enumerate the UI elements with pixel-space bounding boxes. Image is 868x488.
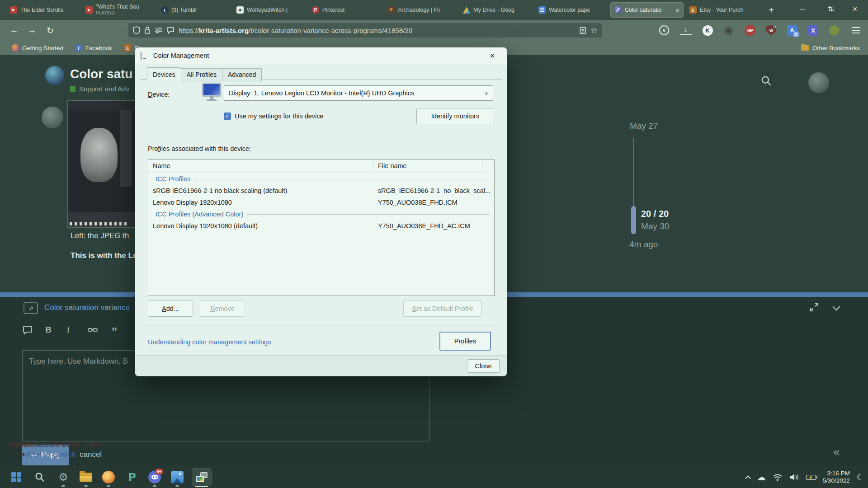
taskbar-photos[interactable]: [168, 468, 186, 486]
italic-button[interactable]: I: [61, 325, 75, 335]
taskbar-search-button[interactable]: [31, 468, 49, 486]
hyperlink-button[interactable]: [86, 327, 99, 333]
new-tab-button[interactable]: +: [765, 4, 778, 16]
blockquote-button[interactable]: ”: [108, 325, 121, 339]
menu-icon[interactable]: [850, 24, 862, 36]
window-restore-button[interactable]: [819, 0, 840, 18]
translate-icon[interactable]: A文: [787, 25, 797, 36]
taskbar-file-explorer[interactable]: [77, 468, 95, 486]
composer-topic-link[interactable]: Color saturation variance: [44, 303, 130, 312]
use-my-settings-checkbox[interactable]: ✓ Use my settings for this device: [224, 113, 324, 120]
bird-extension-icon[interactable]: [723, 25, 734, 36]
browser-tab-bar: ▶ The Elder Scrolls ▶ "What's That Sou P…: [0, 0, 868, 20]
shield-extension-icon[interactable]: w1: [766, 25, 776, 36]
tab-archaeology[interactable]: ff Archaeology | Fli: [384, 2, 457, 18]
tab-tumblr[interactable]: t (9) Tumblr: [157, 2, 231, 18]
collapse-panel-icon[interactable]: «: [833, 445, 840, 459]
identify-monitors-button[interactable]: Identify monitors: [416, 108, 494, 124]
flickr-icon: ff: [387, 6, 395, 14]
lock-icon[interactable]: [144, 26, 151, 34]
screen: ▶ The Elder Scrolls ▶ "What's That Sou P…: [0, 0, 868, 488]
understanding-color-management-link[interactable]: Understanding color management settings: [148, 338, 271, 346]
profile-k-icon[interactable]: K: [703, 25, 713, 36]
set-default-profile-button[interactable]: Set as Default Profile: [403, 300, 482, 317]
reader-mode-icon[interactable]: [580, 27, 586, 34]
tracking-shield-icon[interactable]: [133, 26, 140, 34]
taskbar-clock[interactable]: 3:16 PM 5/30/2022: [823, 470, 850, 484]
timeline-last-activity: 4m ago: [629, 239, 658, 249]
reload-button[interactable]: ↻: [42, 23, 58, 38]
tab-title: The Elder Scrolls: [20, 7, 76, 13]
timeline-start-date[interactable]: May 27: [630, 121, 658, 131]
tab-devices[interactable]: Devices: [147, 67, 181, 81]
tab-wolfeyedwitch[interactable]: ✶ WolfeyedWitch (: [233, 2, 306, 18]
other-bookmarks-button[interactable]: Other Bookmarks: [801, 41, 860, 55]
focus-assist-moon-icon[interactable]: ☾: [857, 473, 863, 482]
timeline-handle[interactable]: [631, 206, 636, 234]
tab-watercolor-paper[interactable]: Watercolor pape: [535, 2, 608, 18]
search-icon[interactable]: [760, 75, 772, 87]
dialog-close-icon[interactable]: ×: [483, 51, 501, 61]
wifi-icon[interactable]: [773, 473, 783, 481]
bookmark-facebook[interactable]: f Facebook: [75, 44, 112, 52]
bookmark-getting-started[interactable]: Getting Started: [12, 44, 63, 52]
tab-my-drive[interactable]: My Drive - Goog: [459, 2, 533, 18]
remove-profile-button[interactable]: Remove: [200, 300, 245, 317]
permissions-icon[interactable]: [155, 27, 163, 33]
comment-icon[interactable]: [21, 326, 34, 335]
url-bar[interactable]: https://krita-artists.org/t/color-satura…: [128, 23, 602, 38]
cancel-link[interactable]: cancel: [80, 450, 102, 459]
taskbar-discord[interactable]: 9+: [146, 468, 164, 486]
downloads-icon[interactable]: ↓: [680, 25, 692, 35]
tab-elder-scrolls[interactable]: ▶ The Elder Scrolls: [6, 2, 80, 18]
profile-row[interactable]: sRGB IEC61966-2-1 no black scaling (defa…: [148, 185, 494, 197]
x-extension-icon[interactable]: X: [808, 25, 818, 36]
device-select[interactable]: Display: 1. Lenovo Legion LCD Monitor - …: [224, 85, 493, 101]
profiles-list[interactable]: Name File name ICC Profiles sRGB IEC6196…: [148, 160, 495, 296]
window-minimize-button[interactable]: [792, 0, 813, 18]
taskbar-color-management-active[interactable]: [192, 468, 212, 486]
tab-all-profiles[interactable]: All Profiles: [181, 68, 222, 81]
collapse-composer-icon[interactable]: [833, 303, 840, 311]
volume-icon[interactable]: [789, 473, 799, 481]
column-file-name[interactable]: File name: [378, 162, 407, 169]
tab-title: Color saturatio: [625, 7, 673, 13]
window-close-button[interactable]: ×: [844, 0, 865, 18]
taskbar-settings[interactable]: ⚙: [54, 468, 72, 486]
add-profile-button[interactable]: Add...: [148, 300, 193, 317]
start-button[interactable]: [7, 468, 25, 486]
timeline-track[interactable]: [633, 138, 634, 207]
close-button[interactable]: Close: [467, 359, 500, 373]
post-image-thumbnail[interactable]: [67, 100, 135, 228]
onedrive-cloud-icon[interactable]: ☁: [757, 472, 766, 483]
user-avatar[interactable]: [808, 72, 829, 93]
expand-composer-icon[interactable]: [809, 302, 819, 312]
dialog-title-bar[interactable]: Color Management ×: [135, 47, 507, 64]
profile-row[interactable]: Lenovo Display 868x488 (default) Y750_…: [148, 220, 494, 232]
battery-charging-icon[interactable]: ⚡: [806, 475, 816, 480]
tab-whats-that-sound[interactable]: ▶ "What's That Sou PLAYING: [82, 2, 155, 18]
bold-button[interactable]: B: [42, 325, 55, 335]
topic-avatar[interactable]: [45, 66, 64, 85]
tab-color-saturation-active[interactable]: Color saturatio ×: [610, 2, 684, 18]
back-button[interactable]: ←: [6, 23, 22, 38]
topic-category[interactable]: Support and Adv: [70, 85, 129, 93]
green-extension-icon[interactable]: [829, 25, 839, 35]
column-name[interactable]: Name: [153, 162, 170, 169]
tab-etsy[interactable]: E Etsy - Your Purch: [686, 2, 759, 18]
profiles-button[interactable]: Profiles: [439, 332, 491, 351]
taskbar-paint-app[interactable]: P: [123, 468, 141, 486]
tab-pinterest[interactable]: P Pinterest: [308, 2, 382, 18]
tab-advanced[interactable]: Advanced: [222, 68, 262, 81]
taskbar-firefox[interactable]: [99, 468, 118, 486]
tab-close-icon[interactable]: ×: [675, 6, 679, 14]
topic-title[interactable]: Color satu: [70, 67, 132, 81]
forward-button[interactable]: →: [24, 23, 40, 38]
adblock-plus-icon[interactable]: ABP: [745, 25, 755, 36]
profile-row[interactable]: Lenovo Display 868x488 Y750_AUO038E_FH…: [148, 197, 494, 208]
bookmark-star-icon[interactable]: ☆: [590, 26, 598, 34]
post-author-avatar[interactable]: [42, 107, 63, 128]
tray-expand-icon[interactable]: [745, 475, 751, 481]
notification-bubble-icon[interactable]: [167, 27, 175, 34]
pocket-icon[interactable]: ∨: [659, 25, 669, 35]
